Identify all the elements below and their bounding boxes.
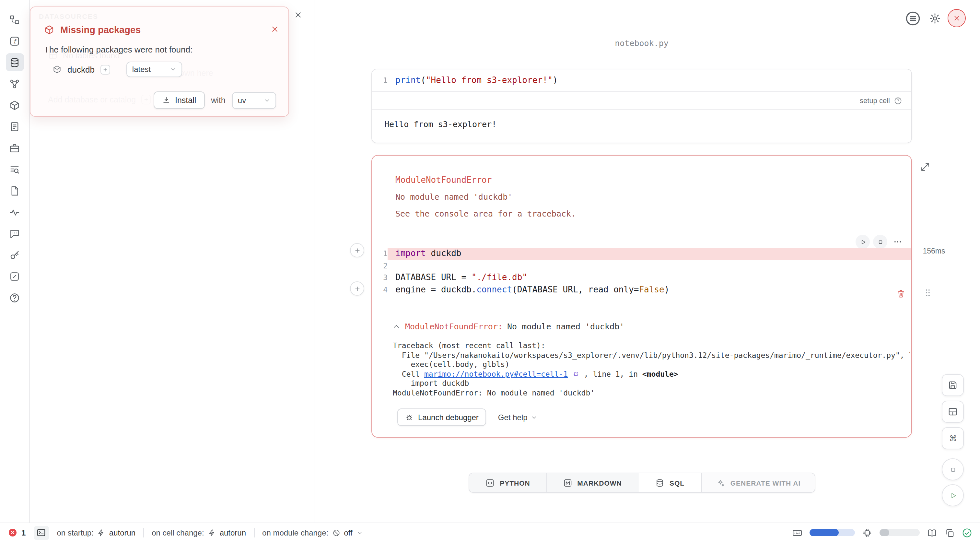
rail-item-snippets[interactable] (5, 267, 24, 285)
status-bar-right (792, 528, 972, 538)
error-circle-icon (8, 528, 18, 537)
keyboard-icon[interactable] (792, 528, 802, 538)
cell-actions (856, 235, 905, 249)
rail-item-ai-chat[interactable] (5, 224, 24, 242)
on-module-change-config[interactable]: on module change: off (262, 528, 363, 537)
rail-item-scratchpad[interactable] (5, 117, 24, 136)
get-help-button[interactable]: Get help (498, 413, 537, 422)
add-cell-below-button[interactable] (350, 281, 364, 296)
divider (143, 528, 144, 537)
svg-text:⌘: ⌘ (949, 434, 957, 443)
console-summary: ModuleNotFoundError: No module named 'du… (372, 311, 911, 331)
documentation-icon (9, 185, 20, 196)
terminal-button[interactable] (33, 526, 49, 540)
error-cell-code[interactable]: 1import duckdb23DATABASE_URL = "./file.d… (372, 248, 911, 296)
panel-close-icon[interactable] (294, 10, 303, 19)
cell-menu-button[interactable] (891, 235, 905, 249)
settings-button[interactable] (926, 9, 944, 27)
on-startup-config[interactable]: on startup: autorun (57, 528, 135, 537)
tracing-icon (9, 207, 20, 217)
line-number: 3 (372, 272, 388, 284)
package-row: duckdb latest (52, 62, 182, 77)
delete-cell-button[interactable] (896, 289, 905, 298)
command-palette-button[interactable]: ⌘ (942, 427, 964, 449)
expand-cell-button[interactable] (920, 161, 931, 172)
command-icon: ⌘ (947, 433, 958, 444)
version-select[interactable]: latest (126, 62, 182, 77)
stop-cell-button[interactable] (873, 235, 887, 249)
install-button[interactable]: Install (154, 91, 205, 109)
notebook-filename: notebook.py (544, 38, 739, 48)
code-line[interactable]: 3DATABASE_URL = "./file.db" (372, 272, 911, 284)
toolbox-icon (9, 142, 20, 153)
chevron-down-icon (264, 97, 270, 104)
rail-item-packages[interactable] (5, 96, 24, 114)
copy-icon[interactable] (944, 528, 955, 538)
rail-item-datasources[interactable] (5, 53, 24, 71)
rail-item-tracing[interactable] (5, 203, 24, 221)
notebook-menu-button[interactable] (904, 9, 922, 27)
help-icon[interactable] (894, 96, 902, 105)
error-message: No module named 'duckdb' (395, 192, 576, 202)
dialog-title: Missing packages (60, 25, 141, 35)
on-cell-change-value: autorun (220, 528, 246, 537)
rail-item-secrets[interactable] (5, 246, 24, 264)
marimo-app: f DATASOURCES No tables found will be sh… (0, 0, 980, 542)
add-package-button[interactable] (100, 64, 110, 74)
rail-item-help[interactable] (5, 289, 24, 307)
drag-cell-handle[interactable] (923, 288, 933, 298)
add-cell-above-button[interactable] (350, 243, 364, 257)
run-cell-button[interactable] (856, 235, 870, 249)
rail-item-file-explorer[interactable] (5, 10, 24, 29)
status-bar: 1 on startup: autorun on cell change: au… (0, 523, 980, 542)
collapse-traceback-icon[interactable] (392, 322, 401, 331)
activity-rail: f (0, 0, 30, 523)
toggle-panel-button[interactable] (942, 401, 964, 423)
snippets-icon (9, 271, 20, 282)
traceback-line: exec(cell.body, glbls) (393, 360, 910, 369)
add-python-cell-button[interactable]: PYTHON (469, 473, 547, 492)
rail-item-toolbox[interactable] (5, 139, 24, 157)
save-notebook-button[interactable] (942, 374, 964, 396)
chevron-down-icon (356, 529, 363, 536)
error-count-indicator[interactable]: 1 (8, 528, 25, 537)
help-icon (9, 292, 20, 303)
traceback-line: ModuleNotFoundError: No module named 'du… (393, 388, 910, 398)
code-line-content: DATABASE_URL = "./file.db" (388, 272, 911, 284)
debug-cell-icon[interactable] (572, 370, 579, 377)
divider (254, 528, 255, 537)
install-row: Install with uv (154, 91, 276, 109)
get-help-label: Get help (498, 413, 528, 422)
rail-item-logs[interactable] (5, 160, 24, 178)
play-icon (859, 238, 866, 245)
missing-packages-dialog: Missing packages The following packages … (30, 6, 289, 117)
dialog-close-icon[interactable] (270, 25, 279, 34)
on-module-change-value: off (344, 528, 352, 537)
dialog-description: The following packages were not found: (44, 45, 192, 54)
summary-error-message: No module named 'duckdb' (507, 322, 624, 331)
stop-all-button[interactable] (942, 458, 964, 480)
cpu-usage-bar (880, 529, 920, 536)
package-manager-select[interactable]: uv (232, 92, 276, 108)
traceback-cell-link[interactable]: marimo://notebook.py#cell=cell-1 (424, 370, 568, 379)
generate-with-ai-button[interactable]: GENERATE WITH AI (702, 473, 815, 492)
run-all-button[interactable] (942, 484, 964, 506)
error-count: 1 (21, 528, 25, 537)
rail-item-dependencies[interactable] (5, 75, 24, 93)
minimap-icon[interactable] (927, 528, 937, 538)
shutdown-button[interactable] (948, 9, 966, 27)
add-sql-cell-button[interactable]: SQL (638, 473, 702, 492)
plus-icon (353, 247, 361, 254)
on-cell-change-config[interactable]: on cell change: autorun (152, 528, 246, 537)
rail-item-documentation[interactable] (5, 182, 24, 200)
code-line[interactable]: 1import duckdb (372, 248, 911, 260)
add-markdown-cell-button[interactable]: MARKDOWN (547, 473, 638, 492)
line-number: 2 (372, 260, 388, 272)
code-line[interactable]: 2 (372, 260, 911, 272)
code-line[interactable]: 4engine = duckdb.connect(DATABASE_URL, r… (372, 284, 911, 296)
rail-item-functions[interactable]: f (5, 32, 24, 50)
launch-debugger-button[interactable]: Launch debugger (397, 408, 487, 426)
chevron-down-icon (531, 414, 537, 421)
setup-cell-editor[interactable]: 1 print("Hello from s3-explorer!") (372, 69, 911, 91)
on-startup-label: on startup: (57, 528, 93, 537)
